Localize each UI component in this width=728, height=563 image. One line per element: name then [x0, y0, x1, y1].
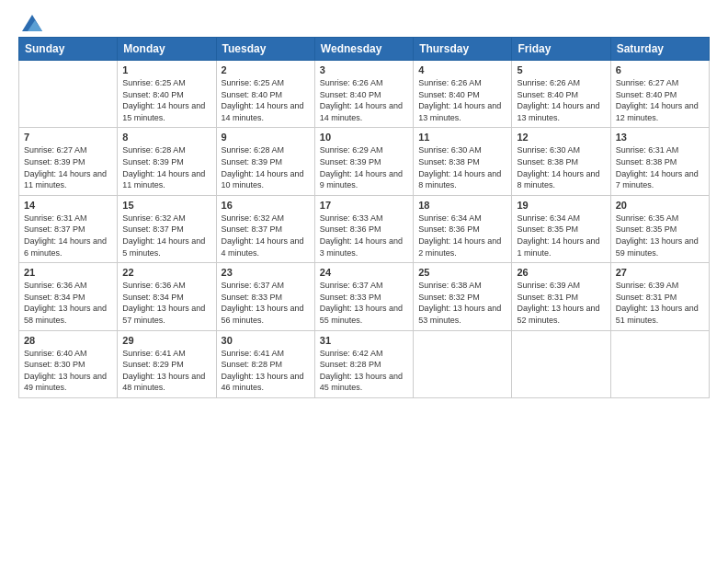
day-number: 8: [122, 132, 210, 143]
calendar-cell: 3Sunrise: 6:26 AM Sunset: 8:40 PM Daylig…: [314, 61, 413, 128]
day-info: Sunrise: 6:42 AM Sunset: 8:28 PM Dayligh…: [320, 348, 408, 394]
day-number: 29: [122, 335, 210, 346]
day-info: Sunrise: 6:33 AM Sunset: 8:36 PM Dayligh…: [320, 213, 408, 259]
calendar-cell: 22Sunrise: 6:36 AM Sunset: 8:34 PM Dayli…: [118, 263, 216, 330]
calendar-cell: 29Sunrise: 6:41 AM Sunset: 8:29 PM Dayli…: [118, 330, 216, 397]
calendar-day-header: Tuesday: [216, 38, 314, 61]
day-number: 16: [222, 200, 310, 211]
calendar-cell: [610, 330, 709, 397]
day-number: 7: [24, 132, 112, 143]
day-info: Sunrise: 6:36 AM Sunset: 8:34 PM Dayligh…: [24, 280, 112, 326]
calendar-cell: [414, 330, 512, 397]
calendar-cell: 10Sunrise: 6:29 AM Sunset: 8:39 PM Dayli…: [314, 128, 413, 195]
calendar: SundayMondayTuesdayWednesdayThursdayFrid…: [18, 37, 710, 398]
day-info: Sunrise: 6:29 AM Sunset: 8:39 PM Dayligh…: [320, 144, 408, 190]
day-info: Sunrise: 6:28 AM Sunset: 8:39 PM Dayligh…: [222, 144, 310, 190]
calendar-cell: 30Sunrise: 6:41 AM Sunset: 8:28 PM Dayli…: [216, 330, 314, 397]
calendar-cell: 19Sunrise: 6:34 AM Sunset: 8:35 PM Dayli…: [512, 195, 610, 262]
calendar-cell: 31Sunrise: 6:42 AM Sunset: 8:28 PM Dayli…: [314, 330, 413, 397]
day-info: Sunrise: 6:40 AM Sunset: 8:30 PM Dayligh…: [24, 348, 112, 394]
day-info: Sunrise: 6:35 AM Sunset: 8:35 PM Dayligh…: [616, 213, 704, 259]
calendar-cell: [512, 330, 610, 397]
calendar-day-header: Saturday: [610, 38, 709, 61]
calendar-cell: 1Sunrise: 6:25 AM Sunset: 8:40 PM Daylig…: [118, 61, 216, 128]
calendar-cell: 27Sunrise: 6:39 AM Sunset: 8:31 PM Dayli…: [610, 263, 709, 330]
day-info: Sunrise: 6:38 AM Sunset: 8:32 PM Dayligh…: [418, 280, 506, 326]
calendar-cell: 20Sunrise: 6:35 AM Sunset: 8:35 PM Dayli…: [610, 195, 709, 262]
day-number: 15: [122, 200, 210, 211]
calendar-cell: 21Sunrise: 6:36 AM Sunset: 8:34 PM Dayli…: [19, 263, 118, 330]
day-number: 30: [222, 335, 310, 346]
logo-icon: [22, 15, 42, 31]
calendar-cell: 25Sunrise: 6:38 AM Sunset: 8:32 PM Dayli…: [414, 263, 512, 330]
calendar-cell: 9Sunrise: 6:28 AM Sunset: 8:39 PM Daylig…: [216, 128, 314, 195]
calendar-day-header: Sunday: [19, 38, 118, 61]
calendar-cell: 28Sunrise: 6:40 AM Sunset: 8:30 PM Dayli…: [19, 330, 118, 397]
calendar-header-row: SundayMondayTuesdayWednesdayThursdayFrid…: [19, 38, 710, 61]
day-info: Sunrise: 6:28 AM Sunset: 8:39 PM Dayligh…: [122, 144, 210, 190]
day-info: Sunrise: 6:31 AM Sunset: 8:38 PM Dayligh…: [616, 144, 704, 190]
day-info: Sunrise: 6:36 AM Sunset: 8:34 PM Dayligh…: [122, 280, 210, 326]
calendar-day-header: Friday: [512, 38, 610, 61]
day-number: 14: [24, 200, 112, 211]
calendar-cell: 14Sunrise: 6:31 AM Sunset: 8:37 PM Dayli…: [19, 195, 118, 262]
day-info: Sunrise: 6:37 AM Sunset: 8:33 PM Dayligh…: [320, 280, 408, 326]
day-info: Sunrise: 6:41 AM Sunset: 8:29 PM Dayligh…: [122, 348, 210, 394]
calendar-cell: 8Sunrise: 6:28 AM Sunset: 8:39 PM Daylig…: [118, 128, 216, 195]
day-number: 23: [222, 267, 310, 278]
calendar-week-row: 21Sunrise: 6:36 AM Sunset: 8:34 PM Dayli…: [19, 263, 710, 330]
day-info: Sunrise: 6:39 AM Sunset: 8:31 PM Dayligh…: [517, 280, 605, 326]
logo: [18, 15, 42, 28]
calendar-cell: 5Sunrise: 6:26 AM Sunset: 8:40 PM Daylig…: [512, 61, 610, 128]
day-number: 28: [24, 335, 112, 346]
calendar-cell: 4Sunrise: 6:26 AM Sunset: 8:40 PM Daylig…: [414, 61, 512, 128]
calendar-week-row: 7Sunrise: 6:27 AM Sunset: 8:39 PM Daylig…: [19, 128, 710, 195]
day-number: 21: [24, 267, 112, 278]
calendar-cell: 23Sunrise: 6:37 AM Sunset: 8:33 PM Dayli…: [216, 263, 314, 330]
calendar-cell: 26Sunrise: 6:39 AM Sunset: 8:31 PM Dayli…: [512, 263, 610, 330]
day-info: Sunrise: 6:31 AM Sunset: 8:37 PM Dayligh…: [24, 213, 112, 259]
day-info: Sunrise: 6:30 AM Sunset: 8:38 PM Dayligh…: [418, 144, 506, 190]
day-number: 18: [418, 200, 506, 211]
calendar-cell: 12Sunrise: 6:30 AM Sunset: 8:38 PM Dayli…: [512, 128, 610, 195]
day-number: 11: [418, 132, 506, 143]
header: [18, 15, 710, 28]
calendar-cell: 16Sunrise: 6:32 AM Sunset: 8:37 PM Dayli…: [216, 195, 314, 262]
day-number: 12: [517, 132, 605, 143]
calendar-day-header: Wednesday: [314, 38, 413, 61]
day-number: 3: [320, 64, 408, 75]
calendar-cell: 7Sunrise: 6:27 AM Sunset: 8:39 PM Daylig…: [19, 128, 118, 195]
day-info: Sunrise: 6:32 AM Sunset: 8:37 PM Dayligh…: [222, 213, 310, 259]
day-number: 1: [122, 64, 210, 75]
day-info: Sunrise: 6:39 AM Sunset: 8:31 PM Dayligh…: [616, 280, 704, 326]
day-number: 5: [517, 64, 605, 75]
calendar-week-row: 1Sunrise: 6:25 AM Sunset: 8:40 PM Daylig…: [19, 61, 710, 128]
calendar-cell: [19, 61, 118, 128]
day-number: 27: [616, 267, 704, 278]
day-number: 4: [418, 64, 506, 75]
page: SundayMondayTuesdayWednesdayThursdayFrid…: [0, 0, 728, 563]
day-info: Sunrise: 6:26 AM Sunset: 8:40 PM Dayligh…: [418, 77, 506, 123]
day-number: 9: [222, 132, 310, 143]
day-info: Sunrise: 6:37 AM Sunset: 8:33 PM Dayligh…: [222, 280, 310, 326]
day-number: 13: [616, 132, 704, 143]
day-number: 17: [320, 200, 408, 211]
day-number: 25: [418, 267, 506, 278]
calendar-cell: 17Sunrise: 6:33 AM Sunset: 8:36 PM Dayli…: [314, 195, 413, 262]
calendar-cell: 11Sunrise: 6:30 AM Sunset: 8:38 PM Dayli…: [414, 128, 512, 195]
day-info: Sunrise: 6:27 AM Sunset: 8:40 PM Dayligh…: [616, 77, 704, 123]
calendar-day-header: Monday: [118, 38, 216, 61]
day-number: 22: [122, 267, 210, 278]
day-number: 2: [222, 64, 310, 75]
day-info: Sunrise: 6:25 AM Sunset: 8:40 PM Dayligh…: [122, 77, 210, 123]
day-number: 26: [517, 267, 605, 278]
day-info: Sunrise: 6:26 AM Sunset: 8:40 PM Dayligh…: [320, 77, 408, 123]
calendar-cell: 15Sunrise: 6:32 AM Sunset: 8:37 PM Dayli…: [118, 195, 216, 262]
day-number: 19: [517, 200, 605, 211]
calendar-cell: 13Sunrise: 6:31 AM Sunset: 8:38 PM Dayli…: [610, 128, 709, 195]
calendar-cell: 18Sunrise: 6:34 AM Sunset: 8:36 PM Dayli…: [414, 195, 512, 262]
day-info: Sunrise: 6:32 AM Sunset: 8:37 PM Dayligh…: [122, 213, 210, 259]
day-info: Sunrise: 6:30 AM Sunset: 8:38 PM Dayligh…: [517, 144, 605, 190]
day-number: 10: [320, 132, 408, 143]
calendar-week-row: 28Sunrise: 6:40 AM Sunset: 8:30 PM Dayli…: [19, 330, 710, 397]
